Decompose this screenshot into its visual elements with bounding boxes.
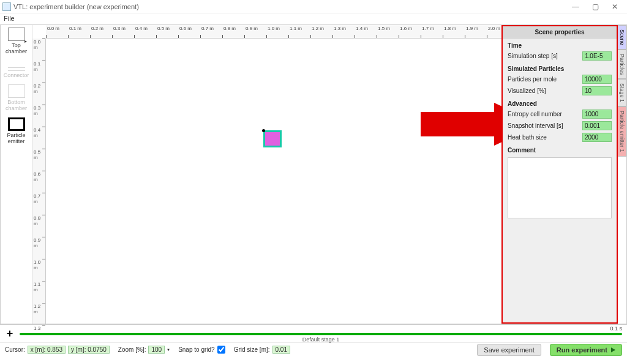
- timeline: + 0.1 s Default stage 1: [0, 324, 627, 343]
- particle-emitter-shape[interactable]: [263, 130, 282, 147]
- entropy-field[interactable]: 1000: [582, 110, 612, 119]
- menubar: File: [0, 13, 627, 24]
- toolbox: Top chamber ▸ Connector Bottom chamber P…: [1, 25, 32, 324]
- run-label: Run experiment: [557, 346, 607, 354]
- ppm-label: Particles per mole: [508, 76, 579, 83]
- tool-connector[interactable]: Connector: [3, 67, 30, 78]
- properties-title: Scene properties: [503, 26, 617, 39]
- section-particles: Simulated Particles: [503, 62, 617, 73]
- snapshot-label: Snapshot interval [s]: [508, 122, 579, 129]
- tab-scene[interactable]: Scene: [618, 25, 626, 50]
- section-comment: Comment: [503, 143, 617, 155]
- heatbath-label: Heat bath size: [508, 134, 579, 141]
- entropy-label: Entropy cell number: [508, 111, 579, 117]
- timeline-stage-label: Default stage 1: [302, 336, 340, 343]
- titlebar: VTL: experiment builder (new experiment)…: [0, 0, 627, 13]
- minimize-button[interactable]: —: [566, 2, 585, 11]
- canvas-area: 0.0 m0.1 m0.2 m0.3 m0.4 m0.5 m0.6 m0.7 m…: [32, 25, 501, 324]
- maximize-button[interactable]: ▢: [585, 2, 605, 11]
- snap-checkbox[interactable]: [217, 346, 225, 354]
- shape-handle[interactable]: [262, 129, 265, 132]
- close-button[interactable]: ✕: [605, 2, 625, 11]
- timeline-track[interactable]: 0.1 s Default stage 1: [20, 333, 622, 335]
- connector-icon: [8, 67, 25, 71]
- section-time: Time: [503, 39, 617, 50]
- grid-size-control: Grid size [m]: 0.01: [234, 346, 290, 354]
- cursor-y: y [m]: 0.0750: [68, 346, 110, 354]
- zoom-field[interactable]: 100: [148, 346, 165, 354]
- section-advanced: Advanced: [503, 97, 617, 108]
- tool-label: Particle emitter: [3, 132, 30, 144]
- statusbar: Cursor: x [m]: 0.853 y [m]: 0.0750 Zoom …: [0, 343, 627, 356]
- tab-emitter[interactable]: Particle emitter 1: [618, 106, 626, 157]
- bottom-chamber-icon: [8, 84, 25, 98]
- timeline-end: 0.1 s: [610, 325, 622, 332]
- vis-field[interactable]: 10: [582, 86, 612, 95]
- snap-control: Snap to grid?: [178, 346, 225, 354]
- tab-stage[interactable]: Stage 1: [618, 79, 626, 106]
- vertical-ruler: 0.0 m0.1 m0.2 m0.3 m0.4 m0.5 m0.6 m0.7 m…: [32, 39, 46, 324]
- canvas[interactable]: [46, 39, 501, 324]
- grid-size-field[interactable]: 0.01: [272, 346, 290, 354]
- heatbath-field[interactable]: 2000: [582, 133, 612, 142]
- app-body: Top chamber ▸ Connector Bottom chamber P…: [0, 24, 627, 324]
- top-chamber-icon: [8, 28, 25, 41]
- sim-step-label: Simulation step [s]: [508, 53, 579, 59]
- add-stage-button[interactable]: +: [5, 327, 15, 340]
- cursor-x: x [m]: 0.853: [28, 346, 66, 354]
- side-tabs: Scene Particles Stage 1 Particle emitter…: [618, 25, 626, 324]
- tool-bottom-chamber[interactable]: Bottom chamber: [3, 84, 30, 111]
- tool-label: Bottom chamber: [3, 99, 30, 111]
- app-icon: [2, 2, 11, 11]
- cursor-readout: Cursor: x [m]: 0.853 y [m]: 0.0750: [5, 346, 110, 354]
- tool-top-chamber[interactable]: Top chamber ▸: [3, 28, 30, 61]
- particle-emitter-icon: [8, 117, 25, 131]
- horizontal-ruler: 0.0 m0.1 m0.2 m0.3 m0.4 m0.5 m0.6 m0.7 m…: [46, 25, 501, 39]
- run-experiment-button[interactable]: Run experiment: [550, 344, 622, 356]
- comment-textarea[interactable]: [508, 157, 612, 218]
- annotation-arrow: [421, 103, 501, 146]
- window-title: VTL: experiment builder (new experiment): [13, 3, 139, 10]
- zoom-dropdown-icon[interactable]: ▾: [167, 347, 170, 352]
- save-experiment-button[interactable]: Save experiment: [477, 344, 541, 356]
- tool-label: Connector: [4, 72, 29, 78]
- menu-file[interactable]: File: [4, 15, 15, 22]
- svg-marker-0: [421, 103, 501, 146]
- tool-label: Top chamber: [3, 42, 30, 54]
- snapshot-field[interactable]: 0.001: [582, 121, 612, 130]
- sim-step-field[interactable]: 1.0E-5: [582, 51, 612, 61]
- tool-particle-emitter[interactable]: Particle emitter: [3, 117, 30, 144]
- tab-particles[interactable]: Particles: [618, 50, 626, 80]
- vis-label: Visualized [%]: [508, 87, 579, 94]
- ppm-field[interactable]: 10000: [582, 75, 612, 84]
- zoom-control: Zoom [%]: 100 ▾: [118, 346, 170, 354]
- properties-panel: Scene properties Time Simulation step [s…: [501, 25, 618, 324]
- play-icon: [611, 347, 615, 352]
